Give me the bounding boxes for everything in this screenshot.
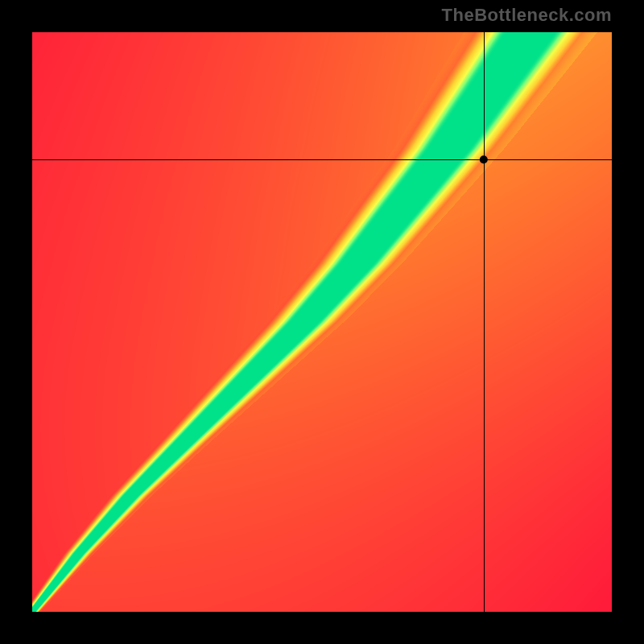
plot-frame	[32, 32, 612, 612]
watermark-text: TheBottleneck.com	[442, 5, 612, 26]
stage: TheBottleneck.com	[0, 0, 644, 644]
bottleneck-heatmap	[32, 32, 612, 612]
